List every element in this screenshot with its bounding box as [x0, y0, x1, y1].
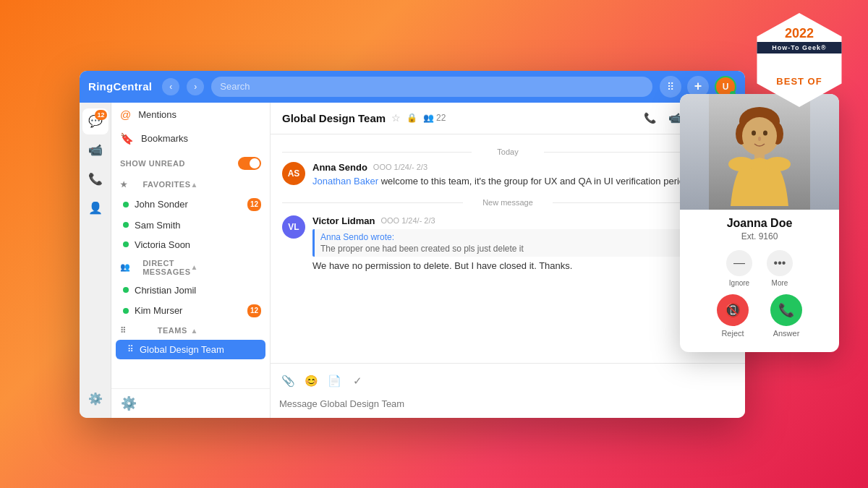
- team-icon-gdt: ⠿: [127, 344, 134, 354]
- svg-point-10: [728, 157, 754, 171]
- chat-header: Global Design Team ☆ 🔒 👥 22 📞 📹 ⋮ ↗: [271, 103, 745, 134]
- emoji-button[interactable]: 😊: [302, 372, 320, 390]
- answer-button[interactable]: 📞: [770, 294, 802, 326]
- chat-input-area: 📎 😊 📄 ✓: [271, 363, 745, 418]
- online-dot-victoria: [123, 241, 129, 247]
- avatar-victor: VL: [282, 215, 305, 239]
- teams-label: TEAMS: [158, 326, 191, 335]
- new-message-divider: New message: [282, 198, 733, 207]
- badge-year: 2022: [785, 26, 814, 41]
- reject-button[interactable]: 📵: [717, 294, 749, 326]
- contact-victoria-soon[interactable]: Victoria Soon: [111, 235, 270, 254]
- badge-best: BEST OF: [776, 76, 822, 87]
- more-button[interactable]: •••: [767, 250, 793, 276]
- chat-input[interactable]: [279, 395, 736, 412]
- sender-victor: Victor Lidman: [312, 215, 375, 226]
- show-unread-toggle[interactable]: [238, 157, 261, 170]
- ignore-button[interactable]: —: [726, 250, 752, 276]
- message-row-victor: VL Victor Lidman OOO 1/24/- 2/3 Anna Sen…: [282, 215, 733, 273]
- chat-messages: Today AS Anna Sendo OOO 1/24/- 2/3 Jonat…: [271, 134, 745, 363]
- apps-grid-button[interactable]: ⠿: [660, 76, 681, 98]
- favorites-label: FAVORITES: [142, 180, 190, 189]
- app-header: RingCentral ‹ › ⠿ + U: [80, 71, 745, 103]
- dm-collapse-icon: ▲: [191, 263, 262, 271]
- contact-john-sonder[interactable]: John Sonder 12: [111, 194, 270, 215]
- quoted-message: Anna Sendo wrote: The proper one had bee…: [312, 229, 733, 257]
- dm-label: DIRECT MESSAGES: [142, 259, 190, 276]
- mention-link-jonathan[interactable]: Jonathan Baker: [312, 176, 378, 187]
- panel-footer: ⚙️: [111, 388, 270, 418]
- dm-section-header[interactable]: 👥 DIRECT MESSAGES ▲: [111, 254, 270, 281]
- team-name-gdt: Global Design Team: [140, 344, 224, 355]
- search-input[interactable]: [211, 77, 652, 97]
- nav-forward-button[interactable]: ›: [187, 78, 204, 95]
- online-dot-christian: [123, 287, 129, 293]
- favorites-section-header[interactable]: ★ FAVORITES ▲: [111, 176, 270, 194]
- msg-meta-anna: OOO 1/24/- 2/3: [373, 163, 427, 171]
- call-card: Joanna Doe Ext. 9160 — Ignore ••• More 📵…: [680, 94, 839, 352]
- svg-point-8: [758, 137, 761, 141]
- main-chat: Global Design Team ☆ 🔒 👥 22 📞 📹 ⋮ ↗ Toda…: [271, 103, 745, 418]
- message-content-victor: Victor Lidman OOO 1/24/- 2/3 Anna Sendo …: [312, 215, 733, 273]
- contact-name-victoria: Victoria Soon: [135, 239, 261, 250]
- avatar-anna: AS: [282, 162, 305, 185]
- chat-title: Global Design Team: [282, 112, 386, 124]
- msg-text-victor: We have no permission to delete. But I h…: [312, 260, 733, 273]
- htg-badge: 2022 How-To Geek® BEST OF: [752, 13, 846, 107]
- at-icon: @: [120, 108, 131, 121]
- contacts-nav-button[interactable]: 👤: [82, 195, 109, 221]
- messages-nav-button[interactable]: 💬 12: [82, 108, 109, 134]
- messages-badge: 12: [95, 110, 106, 120]
- settings-footer-button[interactable]: ⚙️: [120, 395, 137, 412]
- call-secondary-actions: — Ignore ••• More: [687, 250, 832, 287]
- contact-name-christian: Christian Jomil: [135, 285, 261, 296]
- attach-button[interactable]: 📎: [279, 372, 297, 390]
- caller-avatar-svg: [709, 94, 810, 210]
- svg-point-5: [742, 117, 777, 155]
- teams-section-header[interactable]: ⠿ TEAMS ▲: [111, 322, 270, 340]
- contact-badge-kim: 12: [247, 304, 261, 317]
- show-unread-label: SHOW UNREAD: [120, 159, 185, 168]
- contact-christian[interactable]: Christian Jomil: [111, 281, 270, 300]
- badge-ribbon: How-To Geek®: [746, 42, 852, 53]
- contact-kim[interactable]: Kim Murser 12: [111, 300, 270, 322]
- call-info: Joanna Doe Ext. 9160 — Ignore ••• More 📵…: [680, 210, 839, 352]
- star-favorite-icon[interactable]: ☆: [391, 112, 401, 124]
- left-panel: @ Mentions 🔖 Bookmarks SHOW UNREAD ★ FAV…: [111, 103, 271, 418]
- nav-back-button[interactable]: ‹: [162, 78, 179, 95]
- members-icon: 👥: [423, 113, 434, 123]
- phone-nav-button[interactable]: 📞: [82, 166, 109, 192]
- svg-point-6: [752, 131, 756, 136]
- video-nav-button[interactable]: 📹: [82, 137, 109, 163]
- message-content-anna: Anna Sendo OOO 1/24/- 2/3 Jonathan Baker…: [312, 162, 733, 188]
- contact-name-kim: Kim Murser: [135, 305, 242, 316]
- msg-meta-victor: OOO 1/24/- 2/3: [380, 216, 435, 225]
- contact-name-sam: Sam Smith: [135, 220, 261, 231]
- favorites-collapse-icon: ▲: [191, 181, 262, 189]
- team-global-design[interactable]: ⠿ Global Design Team: [116, 340, 265, 359]
- star-section-icon: ★: [120, 180, 138, 189]
- settings-nav-button[interactable]: ⚙️: [82, 386, 109, 412]
- more-label: More: [772, 279, 788, 287]
- reject-label: Reject: [721, 329, 744, 338]
- chat-toolbar: 📎 😊 📄 ✓: [279, 369, 736, 393]
- lock-icon: 🔒: [407, 113, 417, 123]
- contact-name-john: John Sonder: [135, 199, 242, 210]
- mentions-item[interactable]: @ Mentions: [111, 103, 270, 127]
- bookmarks-item[interactable]: 🔖 Bookmarks: [111, 127, 270, 151]
- teams-collapse-icon: ▲: [191, 327, 262, 335]
- icon-sidebar: 💬 12 📹 📞 👤 ⚙️: [80, 103, 111, 418]
- show-unread-row: SHOW UNREAD: [111, 151, 270, 176]
- task-button[interactable]: ✓: [349, 372, 366, 390]
- mentions-label: Mentions: [138, 109, 176, 120]
- answer-action: 📞 Answer: [770, 294, 802, 338]
- contact-sam-smith[interactable]: Sam Smith: [111, 215, 270, 235]
- message-row: AS Anna Sendo OOO 1/24/- 2/3 Jonathan Ba…: [282, 162, 733, 188]
- svg-point-11: [765, 157, 791, 171]
- app-logo: RingCentral: [88, 80, 152, 93]
- phone-call-button[interactable]: 📞: [639, 108, 660, 128]
- document-button[interactable]: 📄: [326, 372, 343, 390]
- online-dot-john: [123, 202, 129, 207]
- quote-text: The proper one had been created so pls j…: [320, 244, 728, 254]
- app-body: 💬 12 📹 📞 👤 ⚙️ @ Mentions 🔖 Bookmarks SHO…: [80, 103, 745, 418]
